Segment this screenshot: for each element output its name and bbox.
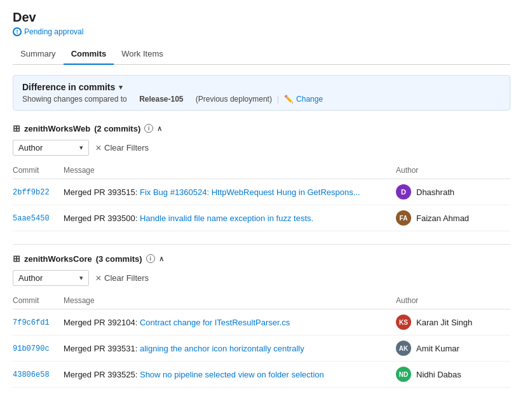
- compared-to: Release-105: [139, 95, 183, 104]
- col-header-message-2: Message: [64, 294, 396, 309]
- x-icon-1: ✕: [95, 144, 102, 152]
- pencil-icon: ✏️: [284, 95, 294, 104]
- table-row: 43806e58 Merged PR 393525: Show no pipel…: [13, 362, 510, 388]
- commit-hash[interactable]: 43806e58: [13, 370, 50, 379]
- author-name: Amit Kumar: [416, 344, 459, 353]
- commit-message: Merged PR 393531: aligning the anchor ic…: [64, 335, 396, 362]
- clear-filters-label-1: Clear Filters: [104, 143, 149, 152]
- pending-approval-status[interactable]: ! Pending approval: [13, 27, 510, 36]
- author-cell: KS Karan Jit Singh: [396, 315, 510, 330]
- commit-hash[interactable]: 5aae5450: [13, 214, 50, 223]
- commit-link[interactable]: Fix Bug #1360524: HttpWebRequest Hung in…: [140, 187, 360, 197]
- filter-row-2: Author ▾ ✕ Clear Filters: [13, 270, 510, 286]
- collapse-icon-2[interactable]: ∧: [159, 255, 164, 263]
- table-row: 7f9c6fd1 Merged PR 392104: Contract chan…: [13, 309, 510, 335]
- commit-message: Merged PR 392104: Contract change for IT…: [64, 309, 396, 335]
- col-header-author-2: Author: [396, 294, 510, 309]
- col-header-commit-2: Commit: [13, 294, 64, 309]
- author-label-1: Author: [18, 143, 43, 152]
- tab-commits[interactable]: Commits: [64, 44, 114, 65]
- author-cell: AK Amit Kumar: [396, 341, 510, 356]
- pending-approval-label: Pending approval: [24, 27, 83, 36]
- compared-note: (Previous deployment): [196, 95, 272, 104]
- tab-work-items[interactable]: Work Items: [114, 44, 171, 65]
- author-dropdown-1[interactable]: Author ▾: [13, 140, 89, 156]
- commit-hash[interactable]: 91b0790c: [13, 344, 50, 353]
- author-label-2: Author: [18, 273, 43, 283]
- author-cell: D Dhashrath: [396, 184, 510, 200]
- subtitle-prefix: Showing changes compared to: [22, 95, 127, 104]
- commit-message: Merged PR 393515: Fix Bug #1360524: Http…: [64, 179, 396, 205]
- pending-icon: !: [13, 27, 22, 36]
- collapse-icon-1[interactable]: ∧: [157, 125, 162, 133]
- table-row: 5aae5450 Merged PR 393500: Handle invali…: [13, 205, 510, 231]
- dropdown-arrow-2: ▾: [79, 274, 83, 282]
- commit-hash[interactable]: 7f9c6fd1: [13, 318, 50, 327]
- repo-name-2: zenithWorksCore: [24, 254, 92, 264]
- difference-title[interactable]: Difference in commits ▾: [22, 82, 501, 92]
- difference-box: Difference in commits ▾ Showing changes …: [13, 75, 510, 111]
- author-name: Nidhi Dabas: [416, 370, 461, 379]
- author-name: Dhashrath: [416, 187, 454, 197]
- clear-filters-label-2: Clear Filters: [104, 273, 149, 283]
- avatar: AK: [396, 341, 411, 356]
- commit-link[interactable]: aligning the anchor icon horizontally ce…: [140, 344, 304, 353]
- section-divider: [13, 244, 510, 245]
- repo-icon-2: ⊞: [13, 254, 20, 264]
- avatar: D: [396, 184, 411, 200]
- clear-filters-button-2[interactable]: ✕ Clear Filters: [95, 273, 149, 283]
- repo-section-zenithWorksCore: ⊞ zenithWorksCore(3 commits) i ∧ Author …: [13, 254, 510, 388]
- repo-icon: ⊞: [13, 123, 20, 133]
- change-link[interactable]: ✏️ Change: [284, 95, 323, 104]
- avatar: KS: [396, 315, 411, 330]
- col-header-author-1: Author: [396, 163, 510, 179]
- filter-row-1: Author ▾ ✕ Clear Filters: [13, 140, 510, 156]
- chevron-down-icon: ▾: [119, 83, 123, 91]
- repo-header-zenithWorksweb: ⊞ zenithWorksWeb(2 commits) i ∧: [13, 123, 510, 133]
- clear-filters-button-1[interactable]: ✕ Clear Filters: [95, 143, 149, 152]
- avatar: ND: [396, 367, 411, 382]
- col-header-message-1: Message: [64, 163, 396, 179]
- commits-table-2: Commit Message Author 7f9c6fd1 Merged PR…: [13, 294, 510, 388]
- info-icon-2[interactable]: i: [146, 254, 155, 263]
- repo-header-zenithWorksCore: ⊞ zenithWorksCore(3 commits) i ∧: [13, 254, 510, 264]
- page-title: Dev: [13, 10, 510, 25]
- repo-section-zenithWorksweb: ⊞ zenithWorksWeb(2 commits) i ∧ Author ▾…: [13, 123, 510, 231]
- repo-commits-1: (2 commits): [94, 124, 140, 133]
- author-cell: ND Nidhi Dabas: [396, 367, 510, 382]
- author-name: Faizan Ahmad: [416, 213, 469, 223]
- tab-summary[interactable]: Summary: [13, 44, 64, 65]
- avatar: FA: [396, 210, 411, 226]
- x-icon-2: ✕: [95, 274, 102, 283]
- commit-message: Merged PR 393500: Handle invalid file na…: [64, 205, 396, 231]
- author-cell: FA Faizan Ahmad: [396, 210, 510, 226]
- separator: |: [277, 95, 279, 104]
- author-dropdown-2[interactable]: Author ▾: [13, 270, 89, 286]
- commit-message: Merged PR 393525: Show no pipeline selec…: [64, 362, 396, 388]
- difference-subtitle: Showing changes compared to Release-105 …: [22, 95, 501, 104]
- table-row: 2bff9b22 Merged PR 393515: Fix Bug #1360…: [13, 179, 510, 205]
- table-row: 91b0790c Merged PR 393531: aligning the …: [13, 335, 510, 362]
- repo-commits-2: (3 commits): [96, 254, 142, 264]
- author-name: Karan Jit Singh: [416, 318, 472, 327]
- dropdown-arrow-1: ▾: [79, 144, 83, 152]
- commit-link[interactable]: Handle invalid file name exception in fu…: [140, 213, 313, 223]
- info-icon-1[interactable]: i: [144, 124, 153, 133]
- col-header-commit-1: Commit: [13, 163, 64, 179]
- commits-table-1: Commit Message Author 2bff9b22 Merged PR…: [13, 163, 510, 231]
- change-label: Change: [296, 95, 323, 104]
- repo-name-1: zenithWorksWeb: [24, 124, 90, 133]
- commit-link[interactable]: Show no pipeline selected view on folder…: [140, 370, 324, 379]
- tabs-bar: Summary Commits Work Items: [13, 44, 510, 65]
- commit-hash[interactable]: 2bff9b22: [13, 188, 50, 197]
- commit-link[interactable]: Contract change for ITestResultParser.cs: [140, 318, 290, 327]
- difference-title-text: Difference in commits: [22, 82, 115, 92]
